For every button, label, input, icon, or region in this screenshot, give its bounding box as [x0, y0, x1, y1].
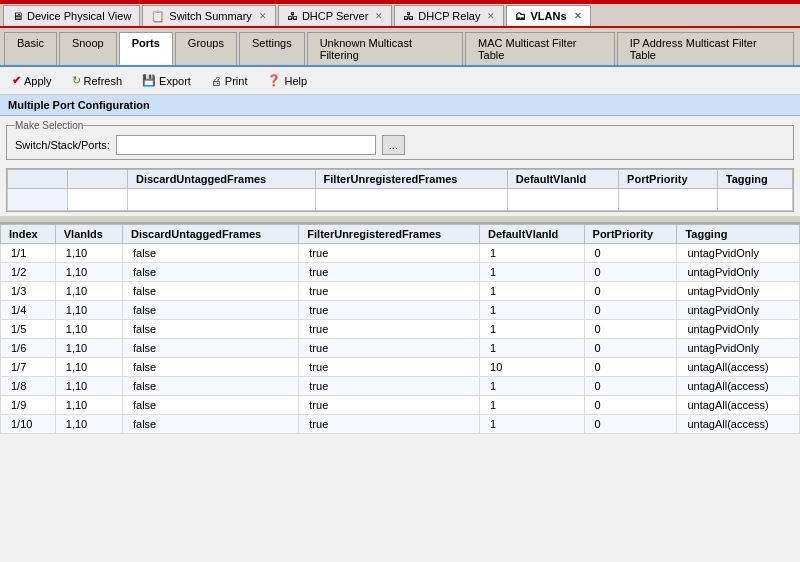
table-row[interactable]: 1/101,10falsetrue10untagAll(access) — [1, 415, 800, 434]
win-tab-dhcp-relay[interactable]: 🖧 DHCP Relay ✕ — [394, 5, 504, 26]
cell-5-4: 1 — [480, 339, 585, 358]
table-row[interactable]: 1/31,10falsetrue10untagPvidOnly — [1, 282, 800, 301]
cell-0-3: true — [299, 244, 480, 263]
cell-8-4: 1 — [480, 396, 585, 415]
cell-9-0: 1/10 — [1, 415, 56, 434]
cell-5-3: true — [299, 339, 480, 358]
cell-0-0: 1/1 — [1, 244, 56, 263]
window-tab-bar: 🖥 Device Physical View 📋 Switch Summary … — [0, 4, 800, 28]
tab-groups[interactable]: Groups — [175, 32, 237, 65]
cell-6-2: false — [122, 358, 298, 377]
win-tab-switch-summary-label: Switch Summary — [169, 10, 252, 22]
cell-9-6: untagAll(access) — [677, 415, 800, 434]
main-tab-bar: Basic Snoop Ports Groups Settings Unknow… — [0, 28, 800, 67]
win-tab-dhcp-server[interactable]: 🖧 DHCP Server ✕ — [278, 5, 392, 26]
monitor-icon: 🖥 — [12, 10, 23, 22]
tab-snoop[interactable]: Snoop — [59, 32, 117, 65]
upper-cell-1 — [8, 189, 68, 211]
apply-button[interactable]: ✔ Apply — [8, 72, 56, 89]
upper-cell-default-vlan — [507, 189, 618, 211]
cell-3-5: 0 — [584, 301, 677, 320]
cell-7-6: untagAll(access) — [677, 377, 800, 396]
win-tab-device-physical[interactable]: 🖥 Device Physical View — [3, 5, 140, 26]
print-button[interactable]: 🖨 Print — [207, 73, 252, 89]
export-button[interactable]: 💾 Export — [138, 72, 195, 89]
cell-9-5: 0 — [584, 415, 677, 434]
help-button[interactable]: ❓ Help — [263, 72, 311, 89]
dhcp-relay-icon: 🖧 — [403, 10, 414, 22]
cell-2-3: true — [299, 282, 480, 301]
cell-8-6: untagAll(access) — [677, 396, 800, 415]
export-icon: 💾 — [142, 74, 156, 87]
cell-3-4: 1 — [480, 301, 585, 320]
lower-col-vlanids: VlanIds — [55, 225, 122, 244]
cell-8-2: false — [122, 396, 298, 415]
cell-6-5: 0 — [584, 358, 677, 377]
upper-table-wrapper: DiscardUntaggedFrames FilterUnregistered… — [6, 168, 794, 212]
cell-3-3: true — [299, 301, 480, 320]
cell-6-1: 1,10 — [55, 358, 122, 377]
cell-7-2: false — [122, 377, 298, 396]
lower-col-default-vlan: DefaultVlanId — [480, 225, 585, 244]
tab-unknown-multicast[interactable]: Unknown Multicast Filtering — [307, 32, 463, 65]
close-vlans-icon[interactable]: ✕ — [574, 11, 582, 21]
check-icon: ✔ — [12, 74, 21, 87]
cell-1-6: untagPvidOnly — [677, 263, 800, 282]
cell-4-2: false — [122, 320, 298, 339]
cell-4-5: 0 — [584, 320, 677, 339]
switch-ports-input[interactable] — [116, 135, 376, 155]
cell-5-0: 1/6 — [1, 339, 56, 358]
upper-col-1 — [8, 170, 68, 189]
close-switch-summary-icon[interactable]: ✕ — [259, 11, 267, 21]
cell-4-6: untagPvidOnly — [677, 320, 800, 339]
tab-basic[interactable]: Basic — [4, 32, 57, 65]
switch-ports-row: Switch/Stack/Ports: ... — [15, 135, 785, 155]
selection-legend: Make Selection — [15, 120, 83, 131]
cell-7-3: true — [299, 377, 480, 396]
upper-table: DiscardUntaggedFrames FilterUnregistered… — [7, 169, 793, 211]
table-row[interactable]: 1/51,10falsetrue10untagPvidOnly — [1, 320, 800, 339]
upper-col-discard: DiscardUntaggedFrames — [128, 170, 316, 189]
table-row[interactable]: 1/61,10falsetrue10untagPvidOnly — [1, 339, 800, 358]
browse-button[interactable]: ... — [382, 135, 405, 155]
cell-8-3: true — [299, 396, 480, 415]
export-label: Export — [159, 75, 191, 87]
cell-2-1: 1,10 — [55, 282, 122, 301]
cell-3-1: 1,10 — [55, 301, 122, 320]
cell-4-0: 1/5 — [1, 320, 56, 339]
win-tab-device-physical-label: Device Physical View — [27, 10, 131, 22]
cell-1-1: 1,10 — [55, 263, 122, 282]
tab-ip-multicast[interactable]: IP Address Multicast Filter Table — [617, 32, 794, 65]
refresh-button[interactable]: ↻ Refresh — [68, 72, 127, 89]
section-title: Multiple Port Configuration — [0, 95, 800, 116]
cell-3-6: untagPvidOnly — [677, 301, 800, 320]
table-row[interactable]: 1/41,10falsetrue10untagPvidOnly — [1, 301, 800, 320]
table-row[interactable]: 1/81,10falsetrue10untagAll(access) — [1, 377, 800, 396]
cell-8-0: 1/9 — [1, 396, 56, 415]
cell-1-2: false — [122, 263, 298, 282]
tab-settings[interactable]: Settings — [239, 32, 305, 65]
win-tab-vlans[interactable]: 🗂 VLANs ✕ — [506, 5, 590, 26]
lower-table-wrapper: Index VlanIds DiscardUntaggedFrames Filt… — [0, 222, 800, 561]
table-row[interactable]: 1/21,10falsetrue10untagPvidOnly — [1, 263, 800, 282]
tab-mac-multicast[interactable]: MAC Multicast Filter Table — [465, 32, 615, 65]
lower-col-discard: DiscardUntaggedFrames — [122, 225, 298, 244]
cell-7-0: 1/8 — [1, 377, 56, 396]
table-row[interactable]: 1/71,10falsetrue100untagAll(access) — [1, 358, 800, 377]
lower-table: Index VlanIds DiscardUntaggedFrames Filt… — [0, 224, 800, 434]
table-row[interactable]: 1/91,10falsetrue10untagAll(access) — [1, 396, 800, 415]
cell-0-2: false — [122, 244, 298, 263]
tab-ports[interactable]: Ports — [119, 32, 173, 65]
close-dhcp-relay-icon[interactable]: ✕ — [487, 11, 495, 21]
cell-7-4: 1 — [480, 377, 585, 396]
cell-8-5: 0 — [584, 396, 677, 415]
close-dhcp-server-icon[interactable]: ✕ — [375, 11, 383, 21]
table-row[interactable]: 1/11,10falsetrue10untagPvidOnly — [1, 244, 800, 263]
cell-9-2: false — [122, 415, 298, 434]
cell-2-2: false — [122, 282, 298, 301]
win-tab-switch-summary[interactable]: 📋 Switch Summary ✕ — [142, 5, 276, 26]
upper-col-filter: FilterUnregisteredFrames — [315, 170, 507, 189]
win-tab-dhcp-relay-label: DHCP Relay — [418, 10, 480, 22]
upper-table-row — [8, 189, 793, 211]
refresh-label: Refresh — [84, 75, 123, 87]
